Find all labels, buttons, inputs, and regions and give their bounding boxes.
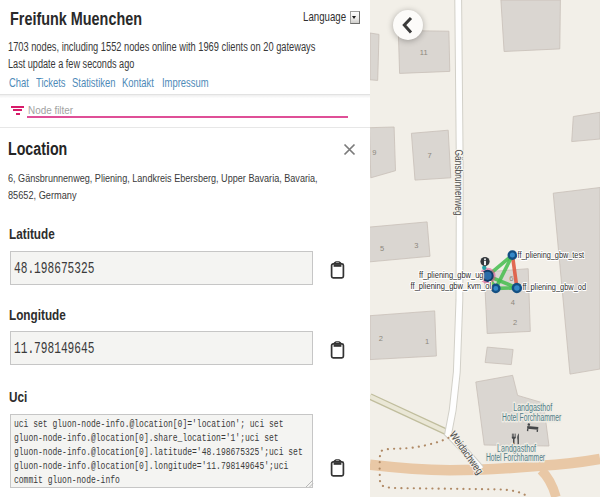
svg-text:11: 11 xyxy=(420,48,428,57)
svg-text:7: 7 xyxy=(428,151,432,160)
svg-text:ff_pliening_gbw_od: ff_pliening_gbw_od xyxy=(522,281,586,292)
svg-text:6: 6 xyxy=(509,274,513,283)
svg-text:Hotel Forchhammer: Hotel Forchhammer xyxy=(486,452,546,463)
svg-text:ff_pliening_gbw_kvm_ol: ff_pliening_gbw_kvm_ol xyxy=(411,280,492,291)
svg-text:Hotel Forchhammer: Hotel Forchhammer xyxy=(502,412,562,423)
svg-text:ff_pliening_gbw_ug: ff_pliening_gbw_ug xyxy=(419,269,484,280)
svg-text:2: 2 xyxy=(379,334,383,343)
svg-text:Gänsbrunnenweg: Gänsbrunnenweg xyxy=(453,150,464,216)
svg-text:1: 1 xyxy=(425,337,429,346)
svg-text:9: 9 xyxy=(372,148,376,157)
svg-text:2: 2 xyxy=(513,318,517,327)
svg-text:4: 4 xyxy=(511,298,515,307)
svg-text:ff_pliening_gbw_test: ff_pliening_gbw_test xyxy=(518,249,585,260)
svg-text:3: 3 xyxy=(414,241,418,250)
svg-text:5: 5 xyxy=(380,244,384,253)
